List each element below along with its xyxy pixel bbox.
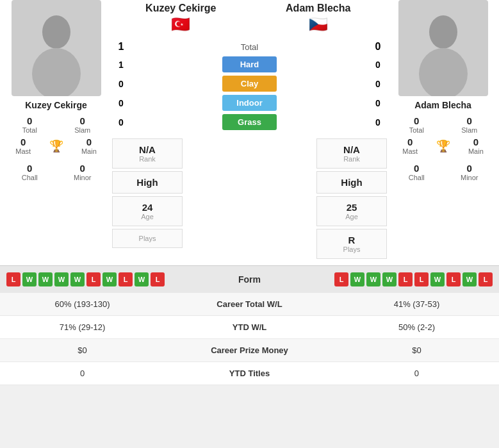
left-minor-val: 0	[80, 163, 85, 174]
stats-left-val: 0	[0, 362, 165, 385]
total-comp-row: 1 Total 0	[112, 41, 387, 53]
right-rank-lbl: Rank	[320, 155, 384, 163]
form-badge: L	[334, 272, 348, 286]
stats-table-row: 60% (193-130)Career Total W/L41% (37-53)	[0, 293, 499, 316]
form-badge: W	[382, 272, 397, 286]
right-player-stats: 0 Total 0 Slam	[387, 115, 499, 134]
bar-indoor: Indoor	[222, 95, 277, 111]
left-player-stats2: 0 Chall 0 Minor	[0, 163, 112, 181]
left-trophy-icon: 🏆	[49, 139, 63, 153]
right-age-block: 25 Age	[316, 196, 387, 226]
right-player-avatar	[398, 0, 488, 96]
form-badge: W	[54, 272, 69, 286]
stats-left-val: 71% (29-12)	[0, 316, 165, 339]
right-rank-val: N/A	[320, 144, 384, 155]
form-badge: L	[86, 272, 101, 286]
center-area: Kuzey Cekirge 🇹🇷 Adam Blecha 🇨🇿 1 Total …	[112, 0, 387, 259]
left-minor-lbl: Minor	[74, 174, 92, 181]
left-rank-block: N/A Rank	[112, 138, 183, 169]
left-player-avatar	[12, 0, 101, 96]
right-high-val: High	[320, 177, 384, 188]
right-plays-val: R	[320, 235, 384, 245]
form-badge: W	[350, 272, 364, 286]
form-badge: W	[102, 272, 117, 286]
comp-row: 0Indoor0	[112, 95, 387, 111]
bar-rows-container: 1Hard00Clay00Indoor00Grass0	[112, 56, 387, 133]
right-minor-val: 0	[467, 163, 472, 174]
total-left-num: 1	[112, 41, 130, 53]
left-player-stats: 0 Total 0 Slam	[0, 115, 112, 134]
right-col-stats: N/A Rank High 25 Age R Plays	[316, 138, 387, 259]
stats-right-val: 50% (2-2)	[334, 316, 499, 339]
main-container: Kuzey Cekirge 0 Total 0 Slam 0 Mast 🏆	[0, 0, 499, 385]
left-mast-cell: 0 Mast	[15, 137, 31, 155]
right-total-cell: 0 Total	[393, 115, 440, 134]
left-plays-block: Plays	[112, 229, 183, 248]
right-total-val: 0	[414, 115, 419, 126]
left-form-badges: LWWWWLWLWL	[6, 272, 165, 286]
left-header-name: Kuzey Cekirge	[145, 3, 216, 14]
form-badge: W	[135, 272, 149, 286]
svg-point-2	[429, 15, 457, 49]
left-slam-lbl: Slam	[74, 126, 90, 134]
stats-center-label: Career Total W/L	[165, 293, 334, 316]
comp-row: 1Hard0	[112, 56, 387, 72]
right-trophy-icon: 🏆	[436, 139, 450, 153]
form-badge: L	[151, 272, 165, 286]
svg-point-0	[42, 15, 70, 49]
svg-point-3	[419, 48, 468, 96]
right-player-name: Adam Blecha	[414, 100, 471, 110]
svg-point-1	[32, 48, 81, 96]
form-badge: W	[38, 272, 53, 286]
right-total-lbl: Total	[409, 126, 424, 134]
stats-right-val: $0	[334, 339, 499, 362]
left-total-cell: 0 Total	[6, 115, 53, 134]
left-mast-lbl: Mast	[15, 147, 31, 155]
form-badge: W	[430, 272, 445, 286]
form-label: Form	[238, 274, 261, 285]
right-rank-block: N/A Rank	[316, 138, 387, 169]
left-rank-lbl: Rank	[115, 155, 179, 163]
center-col-layout: N/A Rank High 24 Age Plays	[112, 138, 387, 259]
right-player-stats2: 0 Chall 0 Minor	[387, 163, 499, 181]
right-player-card: Adam Blecha 0 Total 0 Slam 0 Mast 🏆 0	[387, 0, 499, 259]
form-badge: L	[414, 272, 429, 286]
stats-right-val: 41% (37-53)	[334, 293, 499, 316]
form-section: LWWWWLWLWL Form LWWWLLWLWL	[0, 265, 499, 293]
right-mast-cell: 0 Mast	[402, 137, 418, 155]
right-main-cell: 0 Main	[468, 137, 484, 155]
bar-right-num: 0	[369, 117, 387, 128]
bar-grass: Grass	[222, 114, 277, 130]
left-minor-cell: 0 Minor	[60, 163, 106, 181]
total-label: Total	[130, 42, 369, 52]
left-slam-val: 0	[80, 115, 85, 126]
right-header-name: Adam Blecha	[286, 3, 350, 14]
right-minor-cell: 0 Minor	[446, 163, 493, 181]
left-high-val: High	[115, 177, 179, 188]
stats-center-label: YTD W/L	[165, 316, 334, 339]
bar-left-num: 0	[112, 98, 130, 108]
bar-right-num: 0	[369, 79, 387, 89]
stats-center-label: YTD Titles	[165, 362, 334, 385]
right-slam-val: 0	[467, 115, 472, 126]
right-age-val: 25	[320, 202, 384, 213]
form-badge: W	[462, 272, 477, 286]
left-chall-lbl: Chall	[22, 174, 38, 181]
form-badge: W	[70, 272, 85, 286]
stats-table-row: $0Career Prize Money$0	[0, 339, 499, 362]
right-minor-lbl: Minor	[461, 174, 479, 181]
left-main-cell: 0 Main	[81, 137, 97, 155]
form-badge: W	[366, 272, 380, 286]
stats-table-row: 71% (29-12)YTD W/L50% (2-2)	[0, 316, 499, 339]
bar-left-num: 1	[112, 60, 130, 70]
left-main-val: 0	[86, 137, 92, 147]
left-high-block: High	[112, 171, 183, 194]
right-main-lbl: Main	[468, 147, 484, 155]
bar-clay: Clay	[222, 76, 277, 92]
left-main-lbl: Main	[81, 147, 97, 155]
right-chall-lbl: Chall	[409, 174, 425, 181]
left-total-val: 0	[27, 115, 32, 126]
left-rank-val: N/A	[115, 144, 179, 155]
stats-left-val: 60% (193-130)	[0, 293, 165, 316]
right-slam-lbl: Slam	[461, 126, 477, 134]
